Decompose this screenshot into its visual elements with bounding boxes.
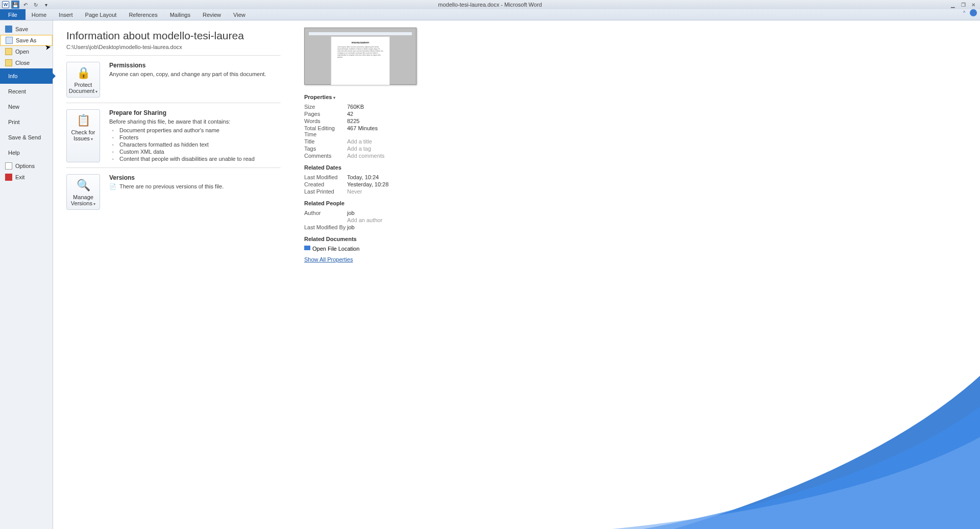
protect-document-button[interactable]: 🔒 Protect Document — [66, 62, 100, 98]
prop-value: job — [347, 210, 355, 216]
property-row: TitleAdd a title — [304, 138, 980, 145]
prop-value: job — [347, 224, 355, 230]
minimize-button[interactable]: ▁ — [948, 1, 958, 8]
sidebar-save-label: Save — [15, 26, 28, 32]
tab-view[interactable]: View — [227, 9, 252, 20]
sidebar-item-help[interactable]: Help — [0, 145, 53, 160]
property-row: Last ModifiedToday, 10:24 — [304, 174, 980, 181]
tab-file[interactable]: File — [0, 9, 26, 20]
show-all-properties-link[interactable]: Show All Properties — [304, 256, 353, 262]
sidebar-item-save-send[interactable]: Save & Send — [0, 130, 53, 145]
property-row: Authorjob — [304, 209, 980, 217]
minimize-ribbon-icon[interactable]: ^ — [961, 9, 968, 16]
divider — [66, 55, 280, 56]
qat-customize-icon[interactable]: ▾ — [42, 1, 50, 9]
manage-versions-label: Manage Versions — [71, 194, 95, 206]
sidebar-item-print[interactable]: Print — [0, 114, 53, 130]
window-title: modello-tesi-laurea.docx - Microsoft Wor… — [438, 2, 542, 8]
prop-value[interactable]: Add comments — [347, 153, 384, 159]
qat-redo-icon[interactable]: ↻ — [32, 1, 40, 9]
qat-undo-icon[interactable]: ↶ — [21, 1, 30, 9]
divider — [66, 167, 280, 168]
sidebar-item-new[interactable]: New — [0, 99, 53, 114]
sidebar-item-options[interactable]: Options — [0, 160, 53, 172]
divider — [66, 103, 280, 103]
tab-mailings[interactable]: Mailings — [164, 9, 197, 20]
prop-key: Words — [304, 118, 347, 124]
close-window-button[interactable]: ✕ — [969, 1, 978, 8]
prop-value[interactable]: Never — [347, 188, 362, 195]
prop-key: Created — [304, 181, 347, 187]
property-row: Size760KB — [304, 103, 980, 110]
lock-icon: 🔒 — [68, 66, 99, 80]
permissions-desc: Anyone can open, copy, and change any pa… — [109, 71, 266, 77]
list-item: Document properties and author's name — [111, 127, 255, 134]
add-author-link[interactable]: Add an author — [347, 217, 382, 223]
open-file-location[interactable]: Open File Location — [304, 245, 980, 252]
properties-header[interactable]: Properties — [304, 94, 980, 100]
document-icon: 📄 — [109, 183, 116, 189]
restore-button[interactable]: ❐ — [959, 1, 968, 8]
tab-page-layout[interactable]: Page Layout — [79, 9, 123, 20]
prepare-sharing-desc: Before sharing this file, be aware that … — [109, 118, 255, 125]
prop-key: Tags — [304, 146, 347, 152]
property-row: Total Editing Time467 Minutes — [304, 125, 980, 138]
permissions-section: 🔒 Protect Document Permissions Anyone ca… — [66, 62, 280, 98]
related-documents-header: Related Documents — [304, 236, 980, 242]
preview-title: RINGRAZIAMENTI — [337, 42, 383, 44]
properties-pane: RINGRAZIAMENTI Lorem ipsum dolor sit ame… — [293, 20, 980, 529]
tab-references[interactable]: References — [122, 9, 163, 20]
versions-text: There are no previous versions of this f… — [119, 183, 224, 189]
prop-key: Last Printed — [304, 188, 347, 195]
sidebar-item-save-as[interactable]: Save As — [0, 35, 53, 46]
title-bar: W 💾 ↶ ↻ ▾ modello-tesi-laurea.docx - Mic… — [0, 0, 980, 9]
sidebar-savesend-label: Save & Send — [8, 134, 41, 140]
versions-desc: 📄There are no previous versions of this … — [109, 183, 224, 190]
sidebar-item-save[interactable]: Save — [0, 23, 53, 35]
prop-value: Yesterday, 10:28 — [347, 181, 388, 187]
manage-versions-button[interactable]: 🔍 Manage Versions — [66, 174, 100, 210]
sidebar-open-label: Open — [15, 49, 29, 55]
prop-key — [304, 217, 347, 223]
sidebar-item-recent[interactable]: Recent — [0, 84, 53, 99]
file-path: C:\Users\job\Desktop\modello-tesi-laurea… — [66, 44, 280, 50]
prop-key: Size — [304, 104, 347, 110]
options-icon — [5, 162, 12, 170]
word-app-icon: W — [2, 1, 9, 8]
tab-insert[interactable]: Insert — [53, 9, 79, 20]
quick-access-toolbar: W 💾 ↶ ↻ ▾ — [0, 1, 50, 9]
prepare-sharing-heading: Prepare for Sharing — [109, 109, 255, 116]
properties-list: Properties Size760KBPages42Words8225Tota… — [304, 94, 980, 262]
prop-value[interactable]: Add a tag — [347, 146, 371, 152]
sidebar-item-open[interactable]: Open — [0, 46, 53, 57]
save-as-icon — [6, 37, 13, 44]
close-icon — [5, 59, 12, 66]
versions-section: 🔍 Manage Versions Versions 📄There are no… — [66, 174, 280, 210]
sidebar-recent-label: Recent — [8, 88, 26, 94]
help-icon[interactable]: ? — [970, 9, 977, 16]
check-issues-label: Check for Issues — [71, 129, 95, 141]
page-title: Information about modello-tesi-laurea — [66, 30, 280, 42]
prop-value[interactable]: Add a title — [347, 138, 372, 145]
sidebar-exit-label: Exit — [15, 174, 24, 180]
backstage-sidebar: Save Save As Open Close Info Recent New … — [0, 20, 53, 529]
tab-home[interactable]: Home — [26, 9, 53, 20]
prop-key: Comments — [304, 153, 347, 159]
inspect-icon: 📋 — [68, 114, 99, 127]
sidebar-info-label: Info — [8, 73, 17, 79]
sidebar-print-label: Print — [8, 119, 20, 125]
check-issues-button[interactable]: 📋 Check for Issues — [66, 109, 100, 162]
protect-document-label: Protect Document — [69, 82, 97, 94]
sidebar-item-close[interactable]: Close — [0, 57, 53, 68]
open-icon — [5, 48, 12, 55]
exit-icon — [5, 174, 12, 181]
sidebar-item-info[interactable]: Info — [0, 68, 53, 84]
sharing-items-list: Document properties and author's name Fo… — [111, 127, 255, 162]
property-row: Last PrintedNever — [304, 188, 980, 195]
qat-save-icon[interactable]: 💾 — [11, 1, 19, 9]
sidebar-saveas-label: Save As — [16, 37, 36, 43]
tab-review[interactable]: Review — [197, 9, 227, 20]
sidebar-item-exit[interactable]: Exit — [0, 172, 53, 183]
versions-heading: Versions — [109, 174, 224, 181]
related-people-header: Related People — [304, 200, 980, 206]
